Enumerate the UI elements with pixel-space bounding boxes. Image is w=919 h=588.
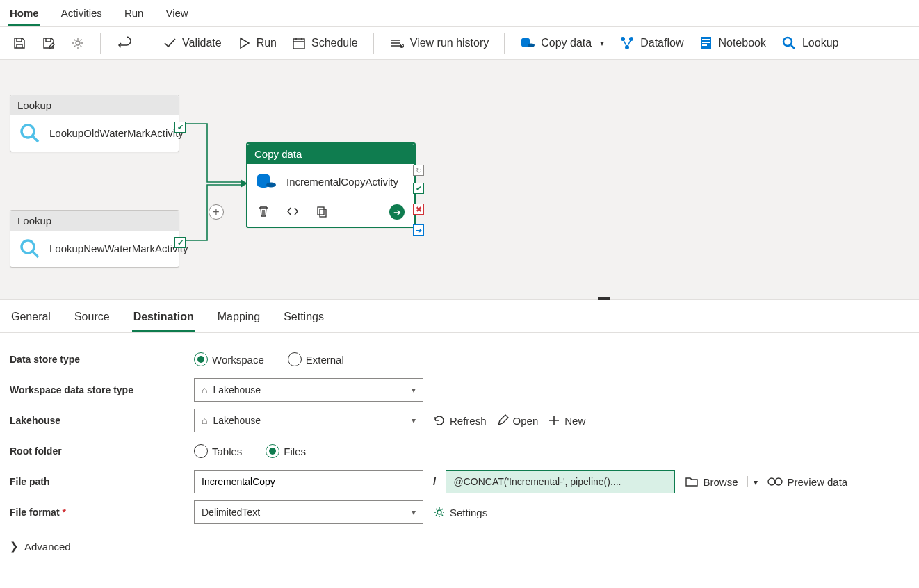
copydata-button[interactable]: Copy data ▾ (516, 33, 608, 54)
ws-type-select[interactable]: ⌂ Lakehouse ▾ (194, 378, 423, 402)
check-icon (163, 36, 177, 50)
svg-rect-19 (320, 209, 326, 217)
nav-tab-view[interactable]: View (164, 4, 189, 26)
svg-point-0 (76, 41, 80, 45)
run-button[interactable]: Run (233, 33, 281, 53)
edit-icon (496, 414, 509, 427)
fileformat-select[interactable]: DelimitedText ▾ (194, 500, 423, 524)
dataflow-button[interactable]: Dataflow (615, 33, 688, 54)
activity-lookup-new[interactable]: Lookup LookupNewWaterMarkActivity ✔ (10, 210, 179, 268)
preview-button[interactable]: Preview data (767, 476, 847, 488)
lakehouse-label: Lakehouse (10, 415, 194, 426)
tab-general[interactable]: General (10, 307, 52, 332)
resize-handle[interactable] (598, 297, 610, 300)
open-button[interactable]: Open (496, 414, 539, 427)
save-as-button[interactable] (38, 33, 60, 53)
activity-type-label: Copy data (247, 144, 414, 164)
save-as-icon (42, 36, 56, 50)
svg-point-22 (437, 510, 441, 514)
filepath-label: File path (10, 476, 194, 487)
activity-name: LookupNewWaterMarkActivity (49, 243, 188, 256)
rootfolder-label: Root folder (10, 446, 194, 457)
radio-external[interactable]: External (288, 352, 344, 366)
tab-mapping[interactable]: Mapping (216, 307, 261, 332)
plus-icon (548, 414, 560, 427)
save-button[interactable] (8, 33, 31, 53)
copydata-icon (256, 171, 278, 193)
code-button[interactable] (286, 205, 299, 220)
refresh-button[interactable]: Refresh (433, 414, 487, 427)
advanced-toggle[interactable]: ❯ Advanced (10, 528, 909, 553)
folder-icon (685, 475, 699, 488)
radio-icon (266, 444, 279, 458)
svg-rect-1 (293, 39, 304, 49)
validate-button[interactable]: Validate (158, 33, 226, 53)
undo-button[interactable] (112, 33, 136, 54)
history-button[interactable]: View run history (385, 33, 494, 53)
trash-icon (257, 205, 270, 218)
clone-button[interactable] (316, 205, 328, 220)
filepath-folder-input[interactable] (194, 470, 423, 493)
run-activity-button[interactable]: ➔ (389, 204, 405, 220)
browse-button[interactable]: Browse (685, 475, 738, 488)
schedule-button[interactable]: Schedule (288, 33, 362, 53)
settings-button[interactable] (67, 33, 89, 53)
chevron-down-icon: ▾ (600, 38, 604, 48)
history-label: View run history (410, 37, 489, 49)
chevron-down-icon: ▾ (412, 416, 416, 425)
notebook-icon (699, 35, 713, 51)
svg-rect-18 (318, 207, 324, 215)
run-label: Run (257, 37, 277, 49)
radio-tables[interactable]: Tables (194, 444, 242, 458)
nav-tab-run[interactable]: Run (123, 4, 145, 26)
radio-workspace[interactable]: Workspace (194, 352, 264, 366)
add-activity-button[interactable]: + (209, 204, 224, 220)
chevron-down-icon: ▾ (754, 477, 758, 487)
radio-files[interactable]: Files (266, 444, 306, 458)
svg-rect-10 (702, 42, 710, 43)
datastore-type-label: Data store type (10, 354, 194, 365)
filepath-filename-input[interactable]: @CONCAT('Incremental-', pipeline().... (446, 470, 675, 493)
calendar-icon (292, 36, 306, 50)
completion-port-icon[interactable]: ➔ (413, 224, 424, 236)
refresh-icon (433, 414, 446, 427)
success-port-icon[interactable]: ✔ (174, 237, 186, 248)
skip-port-icon[interactable]: ↻ (413, 165, 424, 176)
new-button[interactable]: New (548, 414, 585, 427)
nav-tab-home[interactable]: Home (8, 4, 40, 26)
copydata-icon (520, 35, 535, 51)
activity-name: IncrementalCopyActivity (286, 176, 398, 189)
svg-point-17 (266, 183, 276, 188)
fail-port-icon[interactable]: ✖ (413, 204, 424, 215)
copydata-label: Copy data (541, 37, 592, 49)
activity-name: LookupOldWaterMarkActivity (49, 127, 184, 140)
delete-button[interactable] (257, 205, 270, 220)
lakehouse-select[interactable]: ⌂ Lakehouse ▾ (194, 409, 423, 432)
toolbar-separator (373, 33, 374, 54)
activity-copy-data[interactable]: Copy data IncrementalCopyActivity ➔ ↻ ✔ … (246, 142, 416, 228)
dataflow-label: Dataflow (640, 37, 683, 49)
browse-chevron[interactable]: ▾ (747, 476, 758, 487)
gear-icon (71, 36, 85, 50)
success-port-icon[interactable]: ✔ (413, 183, 424, 194)
notebook-button[interactable]: Notebook (694, 33, 770, 54)
nav-tab-activities[interactable]: Activities (60, 4, 104, 26)
chevron-right-icon: ❯ (10, 540, 19, 553)
lakehouse-icon: ⌂ (202, 384, 207, 395)
format-settings-button[interactable]: Settings (433, 506, 487, 518)
toolbar-separator (147, 33, 147, 54)
copy-icon (316, 205, 328, 218)
radio-icon (194, 352, 208, 366)
dataflow-icon (619, 35, 635, 51)
tab-source[interactable]: Source (73, 307, 111, 332)
search-icon (781, 35, 797, 51)
chevron-down-icon: ▾ (412, 385, 416, 395)
lookup-label: Lookup (802, 37, 839, 49)
activity-lookup-old[interactable]: Lookup LookupOldWaterMarkActivity ✔ (10, 95, 179, 152)
toolbar-separator (504, 33, 505, 54)
success-port-icon[interactable]: ✔ (174, 122, 186, 133)
pipeline-canvas[interactable]: Lookup LookupOldWaterMarkActivity ✔ Look… (0, 60, 919, 300)
tab-settings[interactable]: Settings (282, 307, 325, 332)
lookup-toolbar-button[interactable]: Lookup (777, 33, 843, 54)
tab-destination[interactable]: Destination (132, 307, 195, 332)
